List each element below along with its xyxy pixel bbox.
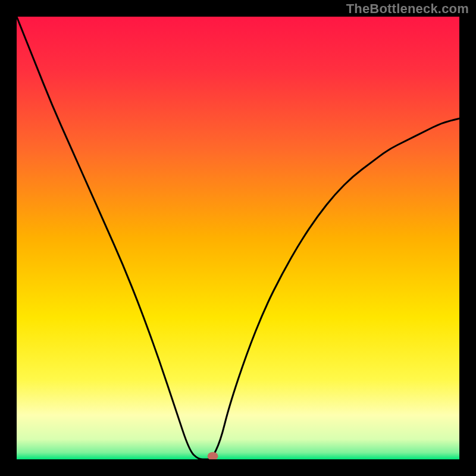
plot-area <box>17 17 459 459</box>
bottleneck-chart <box>17 17 459 459</box>
watermark-text: TheBottleneck.com <box>346 1 469 17</box>
gradient-background <box>17 17 459 459</box>
chart-frame: TheBottleneck.com <box>0 0 476 476</box>
